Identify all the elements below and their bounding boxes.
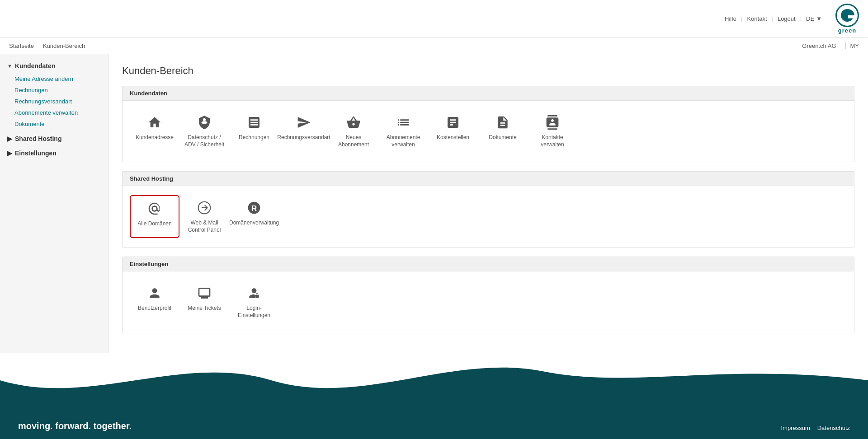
domaenenverwaltung-label: Domänenverwaltung bbox=[229, 220, 279, 227]
sidebar-einstellungen[interactable]: ▶ Einstellungen bbox=[0, 146, 108, 160]
kostenstellen-label: Kostenstellen bbox=[437, 134, 469, 141]
kundenadresse-label: Kundenadresse bbox=[136, 134, 174, 141]
sidebar-kundendaten-label: Kundendaten bbox=[15, 62, 55, 70]
top-bar-links: Hilfe | Kontakt | Logout | DE ▼ bbox=[720, 15, 822, 22]
sidebar-kundendaten-header[interactable]: ▼ Kundendaten bbox=[0, 59, 108, 73]
icon-datenschutz[interactable]: Datenschutz / ADV / Sicherheit bbox=[179, 110, 229, 153]
contacts-icon bbox=[544, 114, 561, 131]
login-einstellungen-label: Login-Einstellungen bbox=[238, 305, 270, 319]
nav-startseite[interactable]: Startseite bbox=[9, 39, 39, 53]
kundendaten-section-header: Kundendaten bbox=[123, 86, 854, 101]
chevron-down-icon: ▼ bbox=[816, 15, 822, 22]
logout-link[interactable]: Logout bbox=[773, 15, 800, 22]
list-icon bbox=[395, 114, 411, 131]
doc-icon bbox=[495, 114, 511, 131]
g-logo-icon bbox=[839, 7, 855, 23]
logo-text: green bbox=[838, 27, 856, 34]
rechnungen-label: Rechnungen bbox=[239, 134, 269, 141]
sidebar: ▼ Kundendaten Meine Adresse ändern Rechn… bbox=[0, 54, 108, 353]
shared-hosting-icon-grid: Alle Domänen Web & Mail Control Panel R … bbox=[123, 186, 854, 247]
my-label: MY bbox=[850, 42, 859, 49]
kundendaten-icon-grid: Kundenadresse Datenschutz / ADV / Sicher… bbox=[123, 101, 854, 162]
language-selector[interactable]: DE ▼ bbox=[802, 15, 822, 22]
at-icon bbox=[146, 201, 163, 217]
shield-person-icon bbox=[196, 114, 212, 131]
house-icon bbox=[146, 114, 163, 131]
footer-tagline: moving. forward. together. bbox=[18, 421, 132, 431]
benutzerprofil-label: Benutzerprofil bbox=[138, 305, 171, 312]
shared-hosting-section: Shared Hosting Alle Domänen Web & Mail C… bbox=[122, 171, 854, 248]
nav-bar: Startseite Kunden-Bereich Green.ch AG MY bbox=[0, 38, 868, 54]
hilfe-link[interactable]: Hilfe bbox=[720, 15, 741, 22]
person-lock-icon bbox=[246, 285, 262, 301]
top-bar: Hilfe | Kontakt | Logout | DE ▼ green bbox=[0, 0, 868, 38]
basket-icon bbox=[345, 114, 362, 131]
chevron-right-icon: ▶ bbox=[7, 135, 12, 142]
rechnungsversandart-label: Rechnungsversandart bbox=[277, 134, 330, 141]
cost-icon bbox=[445, 114, 461, 131]
sidebar-link-adresse[interactable]: Meine Adresse ändern bbox=[0, 73, 108, 84]
footer-content: moving. forward. together. Impressum Dat… bbox=[0, 407, 868, 439]
icon-kundenadresse[interactable]: Kundenadresse bbox=[130, 110, 179, 153]
monitor-icon bbox=[196, 285, 212, 301]
wave-footer: moving. forward. together. Impressum Dat… bbox=[0, 353, 868, 439]
main-content: Kunden-Bereich Kundendaten Kundenadresse… bbox=[108, 54, 868, 353]
abonnemente-verwalten-label: Abonnemente verwalten bbox=[382, 134, 425, 148]
sidebar-link-rechnungsversandart[interactable]: Rechnungsversandart bbox=[0, 96, 108, 107]
meine-tickets-label: Meine Tickets bbox=[188, 305, 221, 312]
sidebar-link-rechnungen[interactable]: Rechnungen bbox=[0, 84, 108, 96]
logo: green bbox=[835, 4, 859, 34]
send-icon bbox=[296, 114, 312, 131]
icon-rechnungen[interactable]: Rechnungen bbox=[229, 110, 279, 153]
dokumente-label: Dokumente bbox=[489, 134, 516, 141]
icon-kontakte-verwalten[interactable]: Kontakte verwalten bbox=[528, 110, 577, 153]
icon-web-mail-control-panel[interactable]: Web & Mail Control Panel bbox=[179, 195, 229, 238]
web-mail-label: Web & Mail Control Panel bbox=[183, 220, 226, 234]
neues-abonnement-label: Neues Abonnement bbox=[332, 134, 375, 148]
nav-kunden-bereich[interactable]: Kunden-Bereich bbox=[43, 39, 90, 53]
shared-hosting-section-header: Shared Hosting bbox=[123, 172, 854, 186]
alle-domaenen-label: Alle Domänen bbox=[137, 220, 171, 228]
kontakt-link[interactable]: Kontakt bbox=[742, 15, 771, 22]
impressum-link[interactable]: Impressum bbox=[781, 425, 810, 431]
icon-neues-abonnement[interactable]: Neues Abonnement bbox=[329, 110, 378, 153]
logo-circle bbox=[835, 4, 859, 27]
arrow-right-icon bbox=[196, 200, 212, 216]
sidebar-link-abonnemente[interactable]: Abonnemente verwalten bbox=[0, 107, 108, 118]
footer-links: Impressum Datenschutz bbox=[781, 425, 850, 431]
icon-abonnemente-verwalten[interactable]: Abonnemente verwalten bbox=[378, 110, 428, 153]
kundendaten-section: Kundendaten Kundenadresse Datenschutz / … bbox=[122, 86, 854, 162]
receipt-icon bbox=[246, 114, 262, 131]
einstellungen-section-header: Einstellungen bbox=[123, 257, 854, 271]
einstellungen-section: Einstellungen Benutzerprofil Meine Ticke… bbox=[122, 257, 854, 333]
chevron-right-icon: ▶ bbox=[7, 149, 12, 157]
wave-svg bbox=[0, 353, 868, 407]
icon-dokumente[interactable]: Dokumente bbox=[478, 110, 528, 153]
icon-login-einstellungen[interactable]: Login-Einstellungen bbox=[229, 280, 279, 323]
kontakte-verwalten-label: Kontakte verwalten bbox=[531, 134, 574, 148]
page-title: Kunden-Bereich bbox=[122, 65, 854, 77]
icon-alle-domaenen[interactable]: Alle Domänen bbox=[130, 195, 179, 238]
person-icon bbox=[146, 285, 163, 301]
svg-text:R: R bbox=[251, 204, 257, 213]
sidebar-section-kundendaten: ▼ Kundendaten Meine Adresse ändern Rechn… bbox=[0, 59, 108, 130]
icon-meine-tickets[interactable]: Meine Tickets bbox=[179, 280, 229, 323]
icon-rechnungsversandart[interactable]: Rechnungsversandart bbox=[279, 110, 329, 153]
icon-domaenenverwaltung[interactable]: R Domänenverwaltung bbox=[229, 195, 279, 238]
company-name: Green.ch AG bbox=[802, 42, 845, 49]
chevron-down-icon: ▼ bbox=[7, 63, 12, 69]
datenschutz-link[interactable]: Datenschutz bbox=[817, 425, 850, 431]
main-layout: ▼ Kundendaten Meine Adresse ändern Rechn… bbox=[0, 54, 868, 353]
r-circle-icon: R bbox=[246, 200, 262, 216]
datenschutz-label: Datenschutz / ADV / Sicherheit bbox=[183, 134, 226, 148]
sidebar-shared-hosting[interactable]: ▶ Shared Hosting bbox=[0, 131, 108, 146]
icon-benutzerprofil[interactable]: Benutzerprofil bbox=[130, 280, 179, 323]
sidebar-link-dokumente[interactable]: Dokumente bbox=[0, 118, 108, 130]
icon-kostenstellen[interactable]: Kostenstellen bbox=[428, 110, 478, 153]
einstellungen-icon-grid: Benutzerprofil Meine Tickets Login-Einst… bbox=[123, 271, 854, 332]
